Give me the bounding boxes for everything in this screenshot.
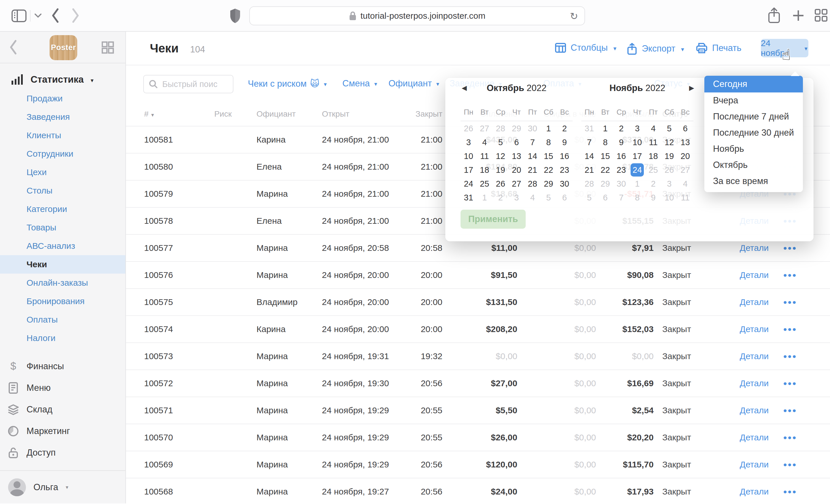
calendar-day[interactable]: 22 (541, 163, 557, 177)
calendar-day[interactable]: 11 (677, 191, 693, 204)
sidebar-module-marketing[interactable]: Маркетинг (0, 420, 125, 442)
calendar-day[interactable]: 2 (613, 122, 630, 135)
calendar-day[interactable]: 11 (477, 149, 493, 163)
calendar-day[interactable]: 13 (677, 135, 693, 149)
details-link[interactable]: Детали (728, 270, 780, 280)
sidebar-item-oplaty[interactable]: Оплаты (0, 310, 125, 329)
calendar-day[interactable]: 28 (524, 177, 541, 191)
col-waiter[interactable]: Официант (256, 109, 322, 119)
calendar-day[interactable]: 10 (460, 149, 477, 163)
calendar-day[interactable]: 10 (662, 191, 677, 204)
sidebar-item-nalogi[interactable]: Налоги (0, 329, 125, 347)
calendar-day[interactable]: 9 (645, 191, 662, 204)
sidebar-item-stoly[interactable]: Столы (0, 181, 125, 200)
calendar-day[interactable]: 27 (509, 177, 525, 191)
calendar-day[interactable]: 6 (677, 122, 693, 135)
calendar-day[interactable]: 31 (581, 122, 598, 135)
calendar-day[interactable]: 10 (630, 135, 645, 149)
calendar-day[interactable]: 6 (556, 191, 573, 204)
col-closed[interactable]: Закрыт (414, 109, 442, 119)
details-link[interactable]: Детали (728, 405, 780, 415)
calendar-day[interactable]: 11 (645, 135, 662, 149)
calendar-day[interactable]: 29 (541, 177, 557, 191)
calendar-day[interactable]: 6 (598, 191, 613, 204)
calendar-day[interactable]: 8 (541, 135, 557, 149)
calendar-day[interactable]: 3 (509, 191, 525, 204)
calendar-day[interactable]: 7 (581, 135, 598, 149)
calendar-day[interactable]: 24 (460, 177, 477, 191)
apps-grid-icon[interactable] (101, 41, 115, 54)
poster-logo[interactable]: Poster (50, 35, 77, 60)
share-icon[interactable] (767, 7, 781, 24)
quick-search[interactable] (143, 75, 233, 93)
calendar-day[interactable]: 29 (598, 177, 613, 191)
new-tab-icon[interactable] (792, 9, 805, 22)
sidebar-module-dostup[interactable]: Доступ (0, 442, 125, 463)
calendar-day[interactable]: 4 (524, 191, 541, 204)
privacy-shield-icon[interactable] (229, 8, 241, 24)
sidebar-item-zavedeniya[interactable]: Заведения (0, 108, 125, 126)
user-menu[interactable]: Ольга ▾ (0, 470, 125, 503)
calendar-day[interactable]: 21 (524, 163, 541, 177)
calendar-day[interactable]: 23 (613, 163, 630, 177)
sidebar-item-tovary[interactable]: Товары (0, 218, 125, 237)
calendar-day[interactable]: 12 (662, 135, 677, 149)
reload-icon[interactable]: ↻ (570, 10, 578, 22)
calendar-day[interactable]: 9 (556, 135, 573, 149)
details-link[interactable]: Детали (728, 351, 780, 361)
preset-noyabr[interactable]: Ноябрь (704, 141, 803, 157)
sidebar-toggle-icon[interactable] (11, 9, 27, 22)
details-link[interactable]: Детали (728, 324, 780, 334)
calendar-day[interactable]: 27 (477, 122, 493, 135)
calendar-day[interactable]: 17 (460, 163, 477, 177)
calendar-day[interactable]: 3 (662, 177, 677, 191)
calendar-day[interactable]: 23 (556, 163, 573, 177)
calendar-day[interactable]: 2 (645, 177, 662, 191)
calendar-day[interactable]: 3 (630, 122, 645, 135)
calendar-day[interactable]: 7 (613, 191, 630, 204)
tab-overview-icon[interactable] (815, 9, 828, 22)
calendar-day[interactable]: 15 (598, 149, 613, 163)
chevron-down-icon[interactable] (35, 13, 41, 18)
sidebar-module-sklad[interactable]: Склад (0, 399, 125, 420)
sidebar-item-prodazhi[interactable]: Продажи (0, 89, 125, 108)
calendar-day[interactable]: 20 (509, 163, 525, 177)
preset-poslednie-7-dney[interactable]: Последние 7 дней (704, 108, 803, 125)
calendar-day[interactable]: 12 (492, 149, 509, 163)
calendar-day[interactable]: 30 (613, 177, 630, 191)
sidebar-item-kategorii[interactable]: Категории (0, 200, 125, 218)
more-actions-icon[interactable]: ••• (780, 351, 800, 362)
calendar-day[interactable]: 18 (645, 149, 662, 163)
address-bar[interactable]: tutorial-posterpos.joinposter.com ↻ (249, 6, 585, 25)
calendar-day[interactable]: 28 (492, 122, 509, 135)
more-actions-icon[interactable]: ••• (780, 297, 800, 308)
details-link[interactable]: Детали (728, 378, 780, 388)
more-actions-icon[interactable]: ••• (780, 270, 800, 281)
calendar-day[interactable]: 3 (460, 135, 477, 149)
calendar-day[interactable]: 25 (645, 163, 662, 177)
calendar-day[interactable]: 22 (598, 163, 613, 177)
calendar-day[interactable]: 26 (492, 177, 509, 191)
calendar-day[interactable]: 8 (598, 135, 613, 149)
calendar-day[interactable]: 16 (556, 149, 573, 163)
sidebar-item-onlayn-zakazy[interactable]: Онлайн-заказы (0, 274, 125, 292)
col-id[interactable]: #▼ (144, 109, 208, 119)
calendar-day[interactable]: 14 (581, 149, 598, 163)
calendar-day[interactable]: 20 (677, 149, 693, 163)
sidebar-section-statistics[interactable]: Статистика ▾ (0, 63, 125, 89)
sidebar-item-abc-analiz[interactable]: АВС-анализ (0, 237, 125, 255)
calendar-day[interactable]: 30 (556, 177, 573, 191)
calendar-day[interactable]: 7 (524, 135, 541, 149)
sidebar-module-menyu[interactable]: Меню (0, 377, 125, 399)
calendar-day[interactable]: 18 (477, 163, 493, 177)
calendar-day[interactable]: 1 (630, 177, 645, 191)
calendar-day[interactable]: 19 (492, 163, 509, 177)
details-link[interactable]: Детали (728, 433, 780, 442)
calendar-day-selected[interactable]: 24 (630, 163, 645, 177)
calendar-day[interactable]: 19 (662, 149, 677, 163)
calendar-day[interactable]: 28 (581, 177, 598, 191)
calendar-day[interactable]: 4 (677, 177, 693, 191)
calendar-day[interactable]: 21 (581, 163, 598, 177)
calendar-day[interactable]: 15 (541, 149, 557, 163)
back-icon[interactable] (51, 8, 59, 23)
